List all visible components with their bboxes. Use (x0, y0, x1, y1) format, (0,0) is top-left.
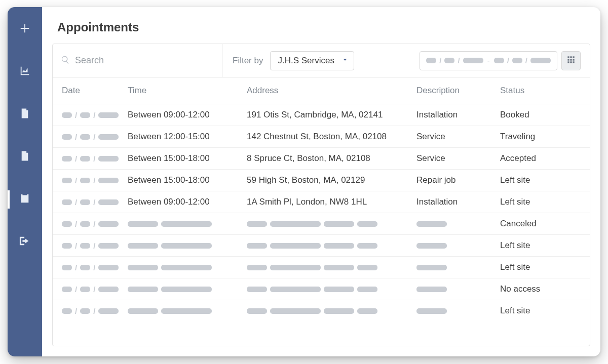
svg-rect-1 (570, 56, 572, 58)
filter-value: J.H.S Services (278, 56, 334, 66)
table-row[interactable]: //Between 12:00-15:00142 Chestnut St, Bo… (53, 126, 590, 147)
cell-address (247, 221, 416, 227)
cell-time: Between 09:00-12:00 (128, 197, 247, 207)
chevron-down-icon (341, 56, 349, 66)
sidebar-item-invoices[interactable] (8, 103, 42, 126)
search-input[interactable] (75, 55, 214, 66)
sidebar-item-reports[interactable] (8, 61, 42, 83)
cell-description: Service (416, 153, 500, 164)
svg-rect-6 (567, 61, 569, 63)
cell-description (416, 265, 500, 270)
appointments-table: Date Time Address Description Status //B… (53, 77, 590, 346)
document-icon (20, 150, 30, 164)
appointments-card: Filter by J.H.S Services // - (52, 44, 590, 346)
cell-status: Left site (500, 197, 581, 207)
cell-status: Accepted (500, 153, 581, 164)
calendar-grid-button[interactable] (561, 51, 581, 70)
cell-description (416, 243, 500, 249)
col-address: Address (247, 86, 416, 96)
cell-address: 59 High St, Boston, MA, 02129 (247, 175, 416, 185)
plus-icon (19, 23, 30, 36)
search-icon (61, 55, 70, 66)
cell-address (247, 243, 416, 249)
cell-date: // (62, 263, 128, 272)
cell-status: Left site (500, 262, 581, 272)
svg-rect-3 (567, 59, 569, 60)
sidebar (8, 7, 42, 356)
col-time: Time (128, 86, 247, 96)
cell-description (416, 308, 500, 314)
sidebar-item-logout[interactable] (8, 231, 42, 253)
cell-date: // (62, 241, 128, 250)
cell-status: Traveling (500, 132, 581, 142)
cell-date: // (62, 176, 128, 185)
cell-time (128, 243, 247, 249)
invoice-icon (20, 108, 30, 121)
sidebar-item-calendar[interactable] (8, 188, 42, 211)
cell-description: Repair job (416, 175, 500, 185)
table-row[interactable]: //Between 15:00-18:008 Spruce Ct, Boston… (53, 147, 590, 169)
cell-time: Between 12:00-15:00 (128, 132, 247, 142)
table-row[interactable]: //Between 09:00-12:00191 Otis St, Cambri… (53, 104, 590, 126)
cell-description (416, 287, 500, 292)
cell-time: Between 09:00-12:00 (128, 110, 247, 120)
date-range-wrap: // - // (420, 44, 590, 77)
col-status: Status (500, 86, 581, 96)
table-row[interactable]: //Canceled (53, 213, 590, 234)
cell-date: // (62, 220, 128, 228)
date-range-end-placeholder: // (494, 56, 551, 65)
page-title: Appointments (42, 7, 600, 44)
col-description: Description (416, 86, 500, 96)
sidebar-item-documents[interactable] (8, 146, 42, 168)
table-row[interactable]: //Left site (53, 300, 590, 321)
cell-time (128, 265, 247, 270)
cell-address: 8 Spruce Ct, Boston, MA, 02108 (247, 153, 416, 164)
sidebar-item-add[interactable] (8, 18, 42, 41)
date-range-start-placeholder: // (426, 56, 483, 65)
cell-time: Between 15:00-18:00 (128, 153, 247, 164)
cell-date: // (62, 154, 128, 163)
cell-date: // (62, 307, 128, 315)
cell-date: // (62, 133, 128, 141)
svg-rect-2 (573, 56, 574, 58)
table-row[interactable]: //Between 09:00-12:001A Smith Pl, London… (53, 191, 590, 213)
cell-status: Canceled (500, 219, 581, 229)
logout-icon (19, 235, 31, 249)
filter-wrap: Filter by J.H.S Services (222, 44, 364, 77)
cell-status: Left site (500, 240, 581, 251)
col-date: Date (62, 86, 128, 96)
filter-select[interactable]: J.H.S Services (270, 51, 354, 70)
cell-address (247, 287, 416, 292)
cell-description: Installation (416, 197, 500, 207)
filter-label: Filter by (233, 56, 263, 66)
cell-date: // (62, 285, 128, 294)
date-range-picker[interactable]: // - // (420, 51, 557, 70)
cell-description (416, 221, 500, 227)
cell-status: No access (500, 284, 581, 294)
date-range-separator: - (487, 56, 490, 65)
cell-status: Booked (500, 110, 581, 120)
main: Appointments Filter by J.H.S Services (42, 7, 600, 356)
calendar-icon (19, 193, 30, 206)
cell-address (247, 308, 416, 314)
table-row[interactable]: //Left site (53, 234, 590, 256)
cell-date: // (62, 111, 128, 119)
cell-time (128, 308, 247, 314)
svg-rect-8 (573, 61, 574, 63)
svg-rect-5 (573, 59, 574, 60)
table-row[interactable]: //No access (53, 278, 590, 300)
cell-address: 191 Otis St, Cambridge, MA, 02141 (247, 110, 416, 120)
svg-rect-7 (570, 61, 572, 63)
cell-description: Installation (416, 110, 500, 120)
cell-address: 1A Smith Pl, London, NW8 1HL (247, 197, 416, 207)
table-row[interactable]: //Between 15:00-18:0059 High St, Boston,… (53, 169, 590, 191)
cell-time (128, 221, 247, 227)
cell-date: // (62, 198, 128, 207)
table-header: Date Time Address Description Status (53, 77, 590, 104)
table-row[interactable]: //Left site (53, 256, 590, 278)
cell-time (128, 287, 247, 292)
cell-time: Between 15:00-18:00 (128, 175, 247, 185)
search-wrap (53, 44, 222, 77)
cell-status: Left site (500, 306, 581, 316)
svg-rect-0 (567, 56, 569, 58)
